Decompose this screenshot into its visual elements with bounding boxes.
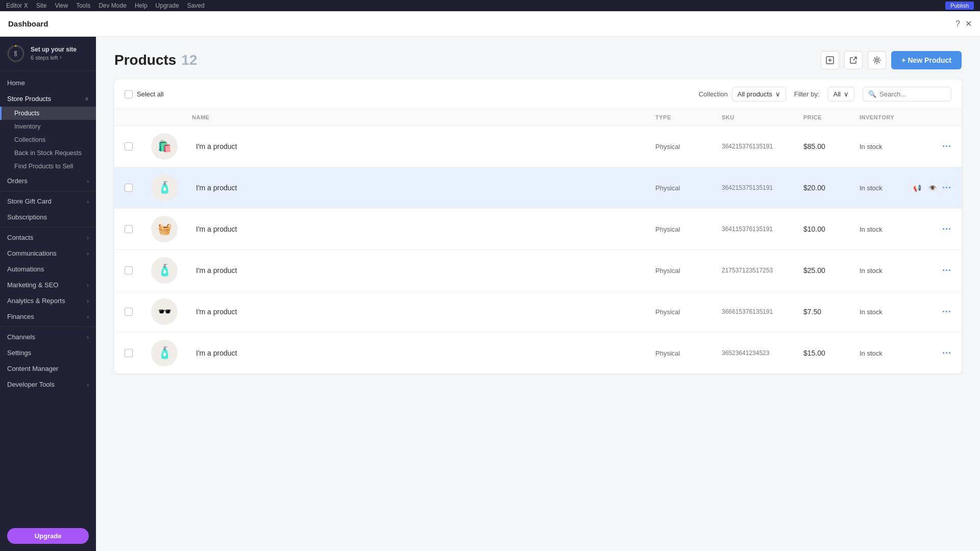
devmode-menu[interactable]: Dev Mode (99, 2, 127, 9)
help-menu[interactable]: Help (135, 2, 148, 9)
editor-label: Editor X (6, 2, 28, 9)
upgrade-menu[interactable]: Upgrade (156, 2, 179, 9)
publish-button[interactable]: Publish (945, 2, 974, 10)
site-menu[interactable]: Site (36, 2, 47, 9)
saved-label: Saved (187, 2, 205, 9)
tools-menu[interactable]: Tools (76, 2, 90, 9)
top-bar: Editor X Site View Tools Dev Mode Help U… (0, 0, 980, 11)
view-menu[interactable]: View (55, 2, 68, 9)
